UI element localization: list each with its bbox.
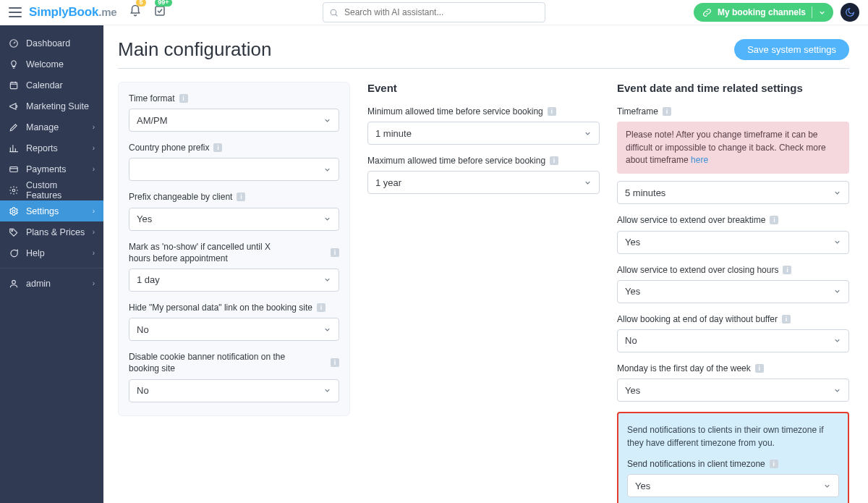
- chevron-right-icon: ›: [93, 165, 95, 173]
- sidebar-item-payments[interactable]: Payments ›: [0, 158, 103, 179]
- select-time-format[interactable]: AM/PM: [129, 109, 339, 132]
- select-prefix-changeable[interactable]: Yes: [129, 208, 339, 231]
- info-icon[interactable]: i: [213, 143, 222, 152]
- sidebar-item-label: Calendar: [26, 80, 63, 90]
- chat-icon: [9, 248, 19, 258]
- field-notif-tz: Send notifications in client timezonei Y…: [627, 458, 839, 497]
- main-content: Main configuration Save system settings …: [103, 25, 868, 503]
- label: Send notifications in client timezone: [627, 458, 765, 470]
- chevron-right-icon: ›: [93, 228, 95, 236]
- select-country-prefix[interactable]: [129, 158, 339, 181]
- hamburger-menu[interactable]: [9, 7, 22, 17]
- page-header: Main configuration Save system settings: [118, 38, 849, 69]
- chevron-down-icon: [323, 117, 331, 124]
- select-no-show[interactable]: 1 day: [129, 269, 339, 292]
- info-icon[interactable]: i: [783, 266, 791, 274]
- info-icon[interactable]: i: [179, 94, 188, 103]
- sidebar-item-help[interactable]: Help ›: [0, 242, 103, 263]
- svg-point-6: [12, 210, 15, 213]
- megaphone-icon: [9, 101, 19, 111]
- select-max-time[interactable]: 1 year: [367, 171, 600, 194]
- chevron-down-icon: [833, 386, 841, 394]
- section-title-event: Event: [367, 82, 600, 94]
- gauge-icon: [9, 38, 19, 48]
- info-icon[interactable]: i: [237, 193, 245, 201]
- sidebar-item-label: Dashboard: [26, 38, 70, 48]
- timezone-highlight-box: Send notifications to clients in their o…: [617, 412, 849, 503]
- chart-icon: [9, 143, 19, 153]
- field-country-prefix: Country phone prefixi: [129, 142, 339, 181]
- info-icon[interactable]: i: [550, 156, 558, 165]
- sidebar-item-label: admin: [26, 279, 51, 289]
- sidebar-item-calendar[interactable]: Calendar: [0, 75, 103, 96]
- sidebar-item-reports[interactable]: Reports ›: [0, 138, 103, 158]
- field-cookie-banner: Disable cookie banner notification on th…: [129, 351, 339, 402]
- select-hide-personal[interactable]: No: [129, 318, 339, 341]
- info-icon[interactable]: i: [782, 315, 791, 324]
- sidebar-item-settings[interactable]: Settings ›: [0, 200, 103, 221]
- sidebar-item-manage[interactable]: Manage ›: [0, 117, 103, 138]
- sidebar-item-custom-features[interactable]: Custom Features: [0, 179, 103, 200]
- logo[interactable]: SimplyBook.me: [29, 5, 117, 20]
- info-icon[interactable]: i: [331, 248, 339, 257]
- chevron-down-icon: [323, 276, 331, 284]
- select-extend-break[interactable]: Yes: [617, 231, 849, 254]
- svg-point-1: [331, 9, 336, 15]
- pencil-icon: [9, 122, 19, 132]
- save-button[interactable]: Save system settings: [734, 39, 849, 60]
- sidebar-item-label: Welcome: [26, 59, 64, 69]
- sidebar-item-admin[interactable]: admin ›: [0, 273, 103, 294]
- sidebar-item-label: Payments: [26, 164, 67, 174]
- section-title-datetime: Event date and time related settings: [617, 82, 849, 94]
- sidebar-item-dashboard[interactable]: Dashboard: [0, 33, 103, 54]
- logo-text-b: Book: [69, 5, 99, 20]
- select-monday-first[interactable]: Yes: [617, 379, 849, 402]
- field-prefix-changeable: Prefix changeable by clienti Yes: [129, 191, 339, 230]
- label: Mark as 'no-show' if cancelled until X h…: [129, 241, 288, 264]
- info-icon[interactable]: i: [755, 364, 764, 373]
- divider: [812, 7, 812, 18]
- warning-link[interactable]: here: [691, 155, 708, 165]
- column-datetime: Event date and time related settings Tim…: [617, 82, 849, 503]
- info-icon[interactable]: i: [663, 107, 671, 116]
- notifications-button[interactable]: 5: [129, 4, 142, 20]
- notifications-badge: 5: [136, 0, 145, 7]
- sidebar-item-welcome[interactable]: Welcome: [0, 54, 103, 75]
- label: Country phone prefix: [129, 142, 209, 153]
- field-hide-personal: Hide "My personal data" link on the book…: [129, 302, 339, 341]
- search-icon: [329, 8, 339, 17]
- chevron-down-icon: [833, 189, 841, 197]
- select-min-time[interactable]: 1 minute: [367, 122, 600, 145]
- logo-text-c: .me: [98, 6, 116, 18]
- info-icon[interactable]: i: [548, 107, 556, 116]
- global-search[interactable]: [323, 2, 545, 22]
- svg-point-7: [12, 229, 13, 231]
- select-timeframe[interactable]: 5 minutes: [617, 181, 849, 204]
- info-icon[interactable]: i: [770, 216, 778, 224]
- select-end-of-day[interactable]: No: [617, 329, 849, 352]
- topbar-right: My booking channels: [694, 3, 859, 22]
- label: Allow booking at end of day without buff…: [617, 313, 778, 325]
- select-extend-closing[interactable]: Yes: [617, 280, 849, 303]
- theme-toggle[interactable]: [841, 3, 859, 22]
- gear-icon: [9, 185, 19, 195]
- timeframe-warning: Please note! After you change timeframe …: [617, 122, 849, 174]
- chevron-right-icon: ›: [93, 249, 95, 257]
- bulb-icon: [9, 59, 19, 69]
- tasks-button[interactable]: 99+: [153, 4, 166, 20]
- sidebar-item-marketing[interactable]: Marketing Suite: [0, 96, 103, 117]
- chevron-down-icon: [323, 326, 331, 334]
- label: Timeframe: [617, 106, 658, 117]
- card-icon: [9, 164, 19, 174]
- info-icon[interactable]: i: [317, 303, 326, 312]
- search-input[interactable]: [343, 7, 539, 18]
- sidebar-item-label: Manage: [26, 122, 59, 132]
- select-cookie-banner[interactable]: No: [129, 379, 339, 402]
- info-icon[interactable]: i: [331, 358, 339, 367]
- select-notif-tz[interactable]: Yes: [627, 474, 839, 497]
- booking-channels-button[interactable]: My booking channels: [694, 3, 833, 22]
- sidebar-item-plans[interactable]: Plans & Prices ›: [0, 221, 103, 242]
- user-icon: [9, 279, 19, 289]
- field-monday-first: Monday is the first day of the weeki Yes: [617, 363, 849, 402]
- info-icon[interactable]: i: [770, 460, 778, 468]
